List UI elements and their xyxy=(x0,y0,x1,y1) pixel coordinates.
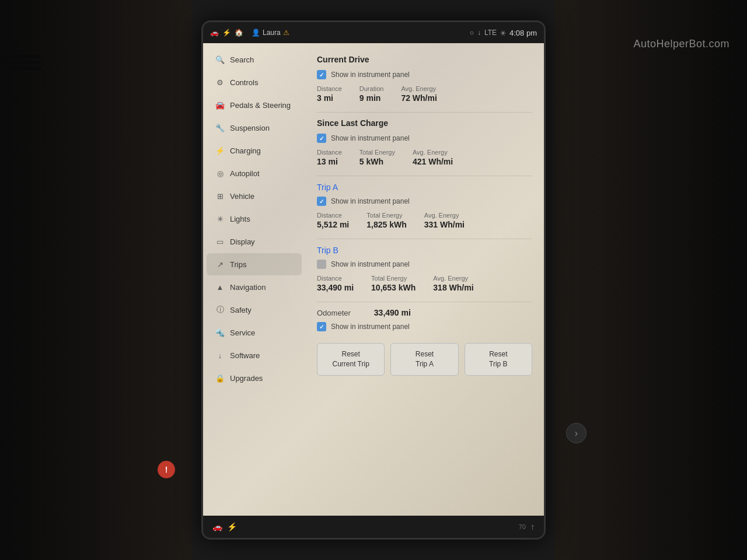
current-drive-section: Current Drive ✓ Show in instrument panel… xyxy=(317,55,532,103)
trip-a-link[interactable]: Trip A xyxy=(317,183,338,192)
stat-ta-distance-label: Distance xyxy=(317,212,349,219)
trip-b-stats: Distance 33,490 mi Total Energy 10,653 k… xyxy=(317,275,532,292)
trip-a-checkbox[interactable]: ✓ xyxy=(317,197,326,206)
sidebar-item-trips[interactable]: ↗ Trips xyxy=(207,253,302,275)
vehicle-icon: ⊞ xyxy=(215,191,225,201)
sidebar-item-lights[interactable]: ✳ Lights xyxy=(207,208,302,230)
user-area: 👤 Laura ⚠ xyxy=(252,29,289,37)
sidebar-label-autopilot: Autopilot xyxy=(230,169,260,178)
autopilot-icon: ◎ xyxy=(215,168,225,178)
stat-slc-distance-value: 13 mi xyxy=(317,157,342,166)
sidebar-item-upgrades[interactable]: 🔒 Upgrades xyxy=(207,367,302,389)
since-charge-checkbox[interactable]: ✓ xyxy=(317,134,326,143)
sidebar-item-pedals[interactable]: 🚘 Pedals & Steering xyxy=(207,94,302,116)
odometer-value: 33,490 mi xyxy=(374,308,411,317)
current-drive-title: Current Drive xyxy=(317,55,532,64)
stat-tb-avg-label: Avg. Energy xyxy=(433,275,473,282)
odometer-checkbox[interactable]: ✓ xyxy=(317,322,326,331)
stat-avg-energy-value: 72 Wh/mi xyxy=(401,93,437,103)
reset-trip-a-button[interactable]: ResetTrip A xyxy=(390,343,458,376)
stat-duration: Duration 9 min xyxy=(359,85,384,103)
stat-duration-label: Duration xyxy=(359,85,384,92)
download-icon: ↓ xyxy=(477,29,481,37)
stat-slc-energy: Total Energy 5 kWh xyxy=(359,149,395,166)
charging-icon: ⚡ xyxy=(215,145,225,156)
lights-icon: ✳ xyxy=(215,214,225,224)
sidebar-item-suspension[interactable]: 🔧 Suspension xyxy=(207,117,302,139)
clock-display: 4:08 pm xyxy=(509,29,537,37)
right-interior: › xyxy=(554,0,747,560)
safety-icon: ⓘ xyxy=(215,304,225,315)
stat-distance-value: 3 mi xyxy=(317,93,342,103)
trip-b-checkbox[interactable]: ✓ xyxy=(317,260,326,269)
sidebar-label-lights: Lights xyxy=(230,215,250,223)
user-icon: 👤 xyxy=(252,29,260,37)
checkmark-icon: ✓ xyxy=(319,72,324,78)
stat-ta-distance: Distance 5,512 mi xyxy=(317,212,349,229)
sidebar-item-controls[interactable]: ⚙ Controls xyxy=(207,71,302,93)
reset-current-trip-button[interactable]: ResetCurrent Trip xyxy=(317,343,385,376)
stat-avg-energy-label: Avg. Energy xyxy=(401,85,437,92)
stat-tb-energy-label: Total Energy xyxy=(371,275,416,282)
divider-2 xyxy=(317,176,532,176)
reset-trip-b-button[interactable]: ResetTrip B xyxy=(465,343,532,376)
stat-ta-avg-label: Avg. Energy xyxy=(424,212,465,219)
sidebar-item-display[interactable]: ▭ Display xyxy=(207,230,302,253)
tablet-screen: 🚗 ⚡ 🏠 👤 Laura ⚠ ○ ↓ LTE ⚹ 4:08 pm 🔍 Sear… xyxy=(201,20,546,540)
trip-a-stats: Distance 5,512 mi Total Energy 1,825 kWh… xyxy=(317,212,532,229)
stat-slc-distance-label: Distance xyxy=(317,149,342,156)
trip-b-link[interactable]: Trip B xyxy=(317,246,338,255)
sidebar-item-software[interactable]: ↓ Software xyxy=(207,344,302,366)
user-name: Laura xyxy=(263,29,281,37)
divider-4 xyxy=(317,302,532,302)
circle-icon: ○ xyxy=(470,29,474,37)
trip-b-section: Trip B ✓ Show in instrument panel Distan… xyxy=(317,245,532,292)
sidebar-label-search: Search xyxy=(230,55,254,64)
sidebar-item-navigation[interactable]: ▲ Navigation xyxy=(207,276,302,298)
since-charge-panel-label: Show in instrument panel xyxy=(331,134,410,142)
current-drive-panel-label: Show in instrument panel xyxy=(331,71,410,79)
service-icon: 🔩 xyxy=(215,327,225,338)
reset-buttons-row: ResetCurrent Trip ResetTrip A ResetTrip … xyxy=(317,343,532,376)
stat-ta-energy-label: Total Energy xyxy=(366,212,406,219)
odometer-checkbox-row: ✓ Show in instrument panel xyxy=(317,322,532,331)
stat-ta-energy-value: 1,825 kWh xyxy=(366,220,406,229)
checkmark-icon-3: ✓ xyxy=(319,198,324,205)
bluetooth-icon: ⚹ xyxy=(500,29,506,37)
sidebar-item-service[interactable]: 🔩 Service xyxy=(207,321,302,344)
since-last-charge-title: Since Last Charge xyxy=(317,118,532,128)
car-icon: 🚗 xyxy=(210,29,219,37)
bottom-icon-2: ⚡ xyxy=(227,522,237,531)
trip-a-checkbox-row: ✓ Show in instrument panel xyxy=(317,197,532,206)
sidebar-label-navigation: Navigation xyxy=(230,283,266,292)
since-charge-stats: Distance 13 mi Total Energy 5 kWh Avg. E… xyxy=(317,149,532,166)
controls-icon: ⚙ xyxy=(215,77,225,88)
stat-slc-avg: Avg. Energy 421 Wh/mi xyxy=(413,149,453,166)
stat-tb-energy: Total Energy 10,653 kWh xyxy=(371,275,416,292)
stat-tb-distance-value: 33,490 mi xyxy=(317,283,354,292)
stat-distance-label: Distance xyxy=(317,85,342,92)
sidebar-label-service: Service xyxy=(230,328,255,337)
stat-ta-avg: Avg. Energy 331 Wh/mi xyxy=(424,212,465,229)
current-drive-stats: Distance 3 mi Duration 9 min Avg. Energy… xyxy=(317,85,532,103)
upgrades-icon: 🔒 xyxy=(215,373,225,383)
sidebar-item-search[interactable]: 🔍 Search xyxy=(207,48,302,71)
sidebar-item-autopilot[interactable]: ◎ Autopilot xyxy=(207,162,302,184)
sidebar-label-vehicle: Vehicle xyxy=(230,192,254,201)
odometer-section: Odometer 33,490 mi ✓ Show in instrument … xyxy=(317,308,532,331)
sidebar-item-safety[interactable]: ⓘ Safety xyxy=(207,299,302,321)
trips-content: Current Drive ✓ Show in instrument panel… xyxy=(305,43,544,516)
divider-1 xyxy=(317,112,532,113)
lightning-icon: ⚡ xyxy=(222,29,231,37)
current-drive-checkbox[interactable]: ✓ xyxy=(317,70,326,79)
stat-slc-energy-label: Total Energy xyxy=(359,149,395,156)
stat-tb-avg-value: 318 Wh/mi xyxy=(433,283,473,292)
sidebar-item-charging[interactable]: ⚡ Charging xyxy=(207,139,302,162)
stat-slc-energy-value: 5 kWh xyxy=(359,157,395,166)
since-charge-checkbox-row: ✓ Show in instrument panel xyxy=(317,134,532,143)
software-icon: ↓ xyxy=(215,350,225,360)
trip-b-panel-label: Show in instrument panel xyxy=(331,260,410,268)
current-drive-checkbox-row: ✓ Show in instrument panel xyxy=(317,70,532,79)
trip-b-checkbox-row: ✓ Show in instrument panel xyxy=(317,260,532,269)
sidebar-item-vehicle[interactable]: ⊞ Vehicle xyxy=(207,185,302,207)
